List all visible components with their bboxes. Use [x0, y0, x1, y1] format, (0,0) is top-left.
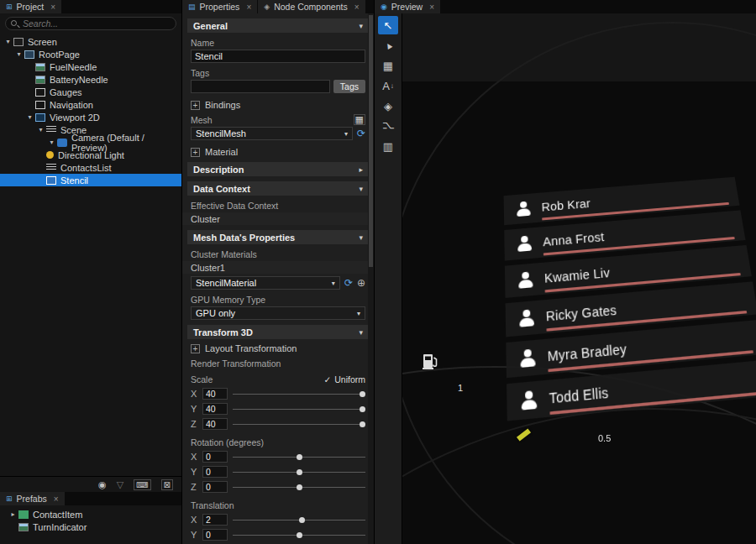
slider-rotation-z[interactable]	[233, 481, 365, 493]
scale-z-input[interactable]	[202, 418, 228, 430]
tab-prefabs[interactable]: ⊞ Prefabs ×	[0, 492, 65, 505]
slider-rotation-y[interactable]	[233, 466, 365, 478]
add-bindings-row[interactable]: + Bindings	[191, 100, 365, 110]
project-tabbar: ⊞ Project ×	[0, 0, 181, 13]
scrollbar-thumb[interactable]	[369, 15, 373, 267]
slider-knob[interactable]	[297, 469, 302, 475]
section-description[interactable]: Description ▸	[187, 162, 369, 176]
chevron-down-icon[interactable]: ▾	[13, 50, 24, 58]
material-dropdown[interactable]: StencilMaterial ▾	[191, 276, 340, 290]
properties-scrollbar[interactable]	[368, 13, 374, 544]
slider-scale-x[interactable]	[233, 388, 365, 400]
prefab-item-contactitem[interactable]: ▸ ContactItem	[5, 508, 181, 520]
tree-item-label: BatteryNeedle	[50, 75, 108, 85]
eye-icon[interactable]: ◉	[98, 479, 107, 490]
add-material-row[interactable]: + Material	[191, 147, 365, 157]
layers-button[interactable]: ◈	[378, 97, 398, 115]
section-transform-3d[interactable]: Transform 3D ▾	[187, 325, 369, 339]
tab-preview[interactable]: ◉ Preview ×	[375, 0, 440, 13]
keyboard-icon[interactable]: ⌨	[134, 479, 150, 490]
chevron-down-icon[interactable]: ▾	[359, 185, 363, 193]
mesh-browser-icon[interactable]: ▦	[354, 114, 365, 125]
translation-y-input[interactable]	[202, 529, 228, 541]
slider-knob[interactable]	[299, 517, 305, 523]
filter-icon[interactable]: ▽	[117, 479, 123, 490]
reset-icon[interactable]: ⟳	[357, 128, 365, 139]
slider-knob[interactable]	[360, 421, 365, 427]
close-icon[interactable]: ×	[246, 3, 251, 12]
dropdown-caret-icon: ▾	[332, 280, 335, 287]
section-mesh-data-properties[interactable]: Mesh Data's Properties ▾	[187, 230, 369, 244]
slider-knob[interactable]	[297, 532, 302, 538]
tree-item-stencil[interactable]: Stencil	[0, 174, 181, 186]
scale-x-input[interactable]	[202, 388, 228, 400]
tree-item-rootpage[interactable]: ▾ RootPage	[0, 48, 181, 60]
rotation-z-input[interactable]	[202, 481, 228, 493]
chevron-right-icon[interactable]: ▸	[8, 510, 18, 518]
scale-y-input[interactable]	[202, 403, 228, 415]
tree-item-gauges[interactable]: Gauges	[0, 86, 181, 98]
translation-x-input[interactable]	[202, 514, 228, 526]
chevron-down-icon[interactable]: ▾	[3, 38, 13, 45]
slider-translation-y[interactable]	[233, 529, 365, 541]
tags-button[interactable]: Tags	[333, 80, 365, 93]
slider-scale-y[interactable]	[233, 403, 365, 415]
viewport-icon	[35, 88, 45, 97]
chevron-down-icon[interactable]: ▾	[359, 233, 363, 242]
gpu-memory-dropdown[interactable]: GPU only ▾	[191, 306, 365, 320]
preview-canvas[interactable]: Rob Krar Anna Frost Kwamie Liv Ricky Gat…	[402, 13, 756, 544]
section-general[interactable]: General ▾	[187, 18, 369, 33]
node-graph-button[interactable]: ⌥	[378, 117, 398, 135]
tab-project[interactable]: ⊞ Project ×	[0, 0, 61, 13]
close-icon[interactable]: ×	[354, 3, 360, 12]
slider-translation-x[interactable]	[233, 514, 365, 526]
grid-view-button[interactable]: ▦	[378, 56, 398, 75]
stats-button[interactable]: ▥	[378, 137, 398, 155]
cursor-tool-button[interactable]: ▲	[378, 36, 398, 55]
close-icon[interactable]: ×	[54, 494, 59, 504]
tree-item-navigation[interactable]: Navigation	[0, 98, 181, 111]
name-input[interactable]	[191, 50, 365, 63]
contact-name: Todd Ellis	[549, 384, 609, 406]
tree-item-batteryneedle[interactable]: BatteryNeedle	[0, 73, 181, 86]
slider-knob[interactable]	[360, 391, 365, 397]
effective-data-context-label: Effective Data Context	[191, 201, 365, 211]
tree-item-contactslist[interactable]: ContactsList	[0, 161, 181, 174]
select-tool-button[interactable]: ↖	[378, 16, 398, 34]
chevron-down-icon[interactable]: ▾	[359, 22, 363, 30]
prefab-icon	[18, 510, 29, 519]
reset-icon[interactable]: ⟳	[344, 277, 353, 289]
add-layout-transformation-row[interactable]: + Layout Transformation	[191, 343, 365, 353]
chevron-down-icon[interactable]: ▾	[24, 113, 35, 121]
tree-item-camera[interactable]: ▾ Camera (Default / Preview)	[0, 136, 181, 149]
tree-item-fuelneedle[interactable]: FuelNeedle	[0, 60, 181, 73]
chevron-down-icon[interactable]: ▾	[46, 139, 57, 146]
slider-knob[interactable]	[297, 454, 302, 460]
tags-input[interactable]	[191, 80, 330, 93]
target-icon[interactable]: ⊕	[357, 277, 365, 289]
close-icon[interactable]: ×	[50, 3, 55, 12]
chevron-down-icon[interactable]: ▾	[35, 126, 46, 133]
person-icon	[516, 201, 532, 217]
chevron-right-icon[interactable]: ▸	[359, 165, 363, 174]
mesh-dropdown[interactable]: StencilMesh ▾	[191, 127, 353, 140]
slider-rotation-x[interactable]	[233, 451, 365, 463]
section-title: Mesh Data's Properties	[193, 233, 295, 243]
tree-item-screen[interactable]: ▾ Screen	[0, 35, 181, 48]
chevron-down-icon[interactable]: ▾	[359, 328, 363, 337]
slider-knob[interactable]	[297, 484, 302, 490]
close-icon[interactable]: ×	[429, 3, 434, 12]
rotation-x-input[interactable]	[202, 451, 228, 463]
search-input[interactable]	[5, 17, 176, 30]
uniform-checkbox[interactable]: ✓ Uniform	[323, 374, 365, 384]
tab-properties[interactable]: ▤ Properties ×	[182, 0, 257, 13]
rotation-y-input[interactable]	[202, 466, 228, 478]
prefab-item-turnindicator[interactable]: TurnIndicator	[5, 520, 181, 533]
close-box-icon[interactable]: ⊠	[161, 479, 173, 490]
tree-item-viewport2d[interactable]: ▾ Viewport 2D	[0, 111, 181, 123]
text-tool-button[interactable]: A↓	[378, 76, 398, 95]
slider-scale-z[interactable]	[233, 418, 365, 430]
tab-node-components[interactable]: ◈ Node Components ×	[258, 0, 365, 13]
section-data-context[interactable]: Data Context ▾	[187, 181, 369, 196]
slider-knob[interactable]	[360, 406, 365, 412]
